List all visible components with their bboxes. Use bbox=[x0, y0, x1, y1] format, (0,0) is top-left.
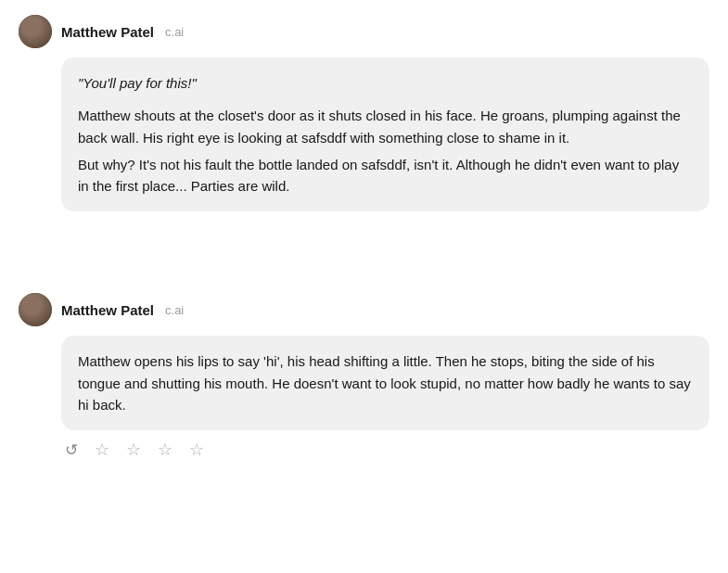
star-button-1[interactable]: ☆ bbox=[91, 439, 113, 460]
avatar-2 bbox=[19, 293, 52, 326]
star-icon-3: ☆ bbox=[158, 441, 172, 458]
star-icon-4: ☆ bbox=[189, 441, 204, 458]
message-bubble-2: Matthew opens his lips to say 'hi', his … bbox=[61, 336, 709, 430]
star-button-3[interactable]: ☆ bbox=[154, 439, 176, 460]
sender-tag-1: c.ai bbox=[165, 25, 184, 39]
star-icon-2: ☆ bbox=[126, 441, 141, 458]
sender-name-1: Matthew Patel bbox=[61, 24, 154, 40]
spacer bbox=[19, 237, 709, 293]
message-paragraph-2-0: Matthew opens his lips to say 'hi', his … bbox=[78, 350, 693, 415]
message-quote-1: "You'll pay for this!" bbox=[78, 72, 693, 94]
sender-name-2: Matthew Patel bbox=[61, 302, 154, 318]
message-block-2: Matthew Patel c.ai Matthew opens his lip… bbox=[19, 293, 709, 460]
avatar-1 bbox=[19, 15, 52, 48]
refresh-button[interactable]: ↺ bbox=[61, 440, 82, 460]
star-icon-1: ☆ bbox=[95, 441, 109, 458]
star-button-2[interactable]: ☆ bbox=[122, 439, 145, 460]
sender-tag-2: c.ai bbox=[165, 303, 184, 317]
message-actions-2: ↺ ☆ ☆ ☆ ☆ bbox=[61, 439, 709, 460]
message-header-1: Matthew Patel c.ai bbox=[19, 15, 709, 48]
message-paragraph-1-0: Matthew shouts at the closet's door as i… bbox=[78, 105, 693, 148]
star-button-4[interactable]: ☆ bbox=[185, 439, 208, 460]
chat-container: Matthew Patel c.ai "You'll pay for this!… bbox=[19, 15, 709, 460]
message-header-2: Matthew Patel c.ai bbox=[19, 293, 709, 326]
message-paragraph-1-1: But why? It's not his fault the bottle l… bbox=[78, 154, 693, 197]
message-bubble-1: "You'll pay for this!" Matthew shouts at… bbox=[61, 57, 709, 211]
refresh-icon: ↺ bbox=[65, 442, 78, 458]
message-block-1: Matthew Patel c.ai "You'll pay for this!… bbox=[19, 15, 709, 211]
